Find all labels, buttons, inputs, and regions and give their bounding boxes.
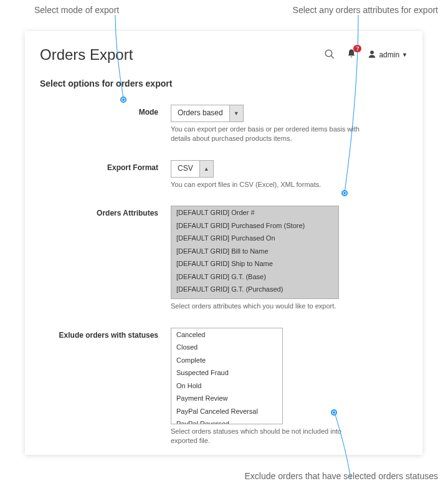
mode-value: Orders based	[171, 105, 229, 122]
attributes-help: Select orders attributes which you would…	[171, 302, 364, 311]
attributes-multiselect[interactable]: [DEFAULT GRID] Order #[DEFAULT GRID] Pur…	[171, 206, 339, 299]
chevron-down-icon: ▼	[229, 105, 243, 122]
list-item[interactable]: Canceled	[171, 328, 282, 341]
annotation-dot	[341, 190, 348, 196]
page-title: Orders Export	[40, 46, 133, 64]
exclude-label: Exlude orders with statuses	[40, 328, 171, 446]
list-item[interactable]: [DEFAULT GRID] Purchased On	[171, 232, 338, 245]
format-select[interactable]: CSV ▲	[171, 160, 214, 178]
annotation-attributes: Select any orders attributes for export	[293, 5, 438, 15]
section-subtitle: Select options for orders export	[40, 79, 407, 88]
list-item[interactable]: [DEFAULT GRID] G.T. (Purchased)	[171, 283, 338, 296]
notifications-button[interactable]: 7	[346, 49, 356, 62]
list-item[interactable]: Closed	[171, 341, 282, 354]
annotation-dot	[331, 409, 337, 416]
list-item[interactable]: Complete	[171, 354, 282, 367]
chevron-up-icon: ▲	[199, 161, 213, 177]
list-item[interactable]: [DEFAULT GRID] Status	[171, 296, 338, 300]
exclude-row: Exlude orders with statuses CanceledClos…	[40, 328, 407, 446]
annotation-mode: Select mode of export	[34, 5, 119, 15]
svg-point-0	[326, 50, 333, 57]
mode-select[interactable]: Orders based ▼	[171, 105, 244, 122]
annotation-dot	[120, 97, 126, 103]
attributes-row: Orders Attributes [DEFAULT GRID] Order #…	[40, 206, 407, 311]
mode-help: You can export per order basis or per or…	[171, 125, 364, 144]
svg-point-2	[370, 50, 374, 54]
main-panel: Orders Export 7 admin ▼ Select options f…	[25, 31, 422, 455]
list-item[interactable]: On Hold	[171, 379, 282, 393]
list-item[interactable]: [DEFAULT GRID] Ship to Name	[171, 257, 338, 270]
list-item[interactable]: [DEFAULT GRID] Order #	[171, 206, 338, 219]
chevron-down-icon: ▼	[402, 52, 407, 58]
attributes-label: Orders Attributes	[40, 206, 171, 311]
annotation-exclude: Exclude orders that have selected orders…	[244, 471, 438, 481]
svg-line-1	[331, 55, 335, 59]
format-value: CSV	[171, 161, 199, 177]
user-menu[interactable]: admin ▼	[368, 50, 407, 60]
user-label: admin	[379, 50, 399, 59]
list-item[interactable]: [DEFAULT GRID] Bill to Name	[171, 245, 338, 258]
user-icon	[368, 50, 376, 60]
notification-badge: 7	[353, 45, 361, 52]
exclude-multiselect[interactable]: CanceledClosedCompleteSuspected FraudOn …	[171, 328, 283, 424]
list-item[interactable]: Payment Review	[171, 392, 282, 405]
list-item[interactable]: PayPal Canceled Reversal	[171, 405, 282, 418]
list-item[interactable]: PayPal Reversed	[171, 417, 282, 424]
exclude-help: Select orders statuses which should be n…	[171, 427, 364, 446]
format-label: Export Format	[40, 160, 171, 189]
mode-label: Mode	[40, 105, 171, 144]
list-item[interactable]: [DEFAULT GRID] Purchased From (Store)	[171, 219, 338, 232]
search-icon[interactable]	[324, 49, 335, 62]
list-item[interactable]: [DEFAULT GRID] G.T. (Base)	[171, 270, 338, 284]
format-row: Export Format CSV ▲ You can export files…	[40, 160, 407, 189]
mode-row: Mode Orders based ▼ You can export per o…	[40, 105, 407, 144]
header: Orders Export 7 admin ▼	[40, 46, 407, 64]
list-item[interactable]: Suspected Fraud	[171, 366, 282, 379]
format-help: You can export files in CSV (Excel), XML…	[171, 180, 364, 189]
